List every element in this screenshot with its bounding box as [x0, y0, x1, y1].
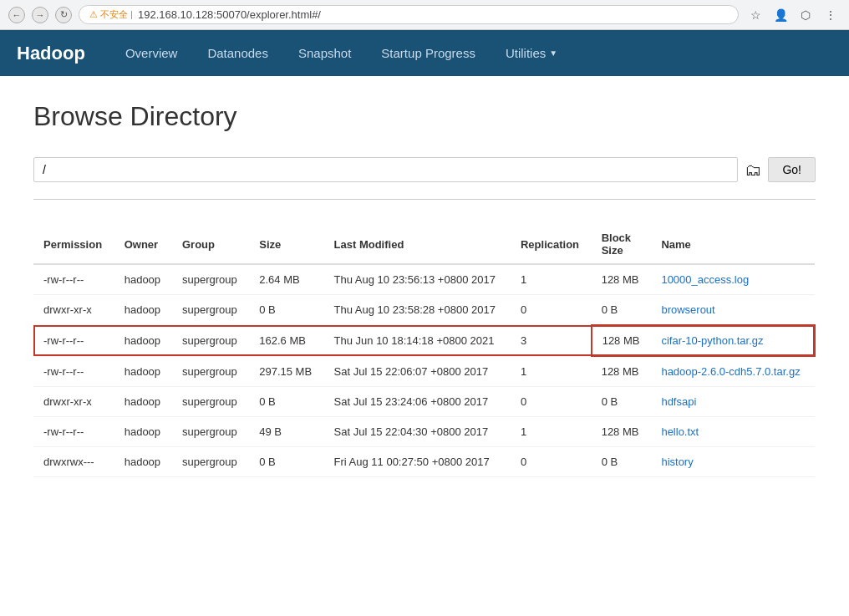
cell-name[interactable]: history — [651, 447, 815, 477]
nav-links: Overview Datanodes Snapshot Startup Prog… — [110, 30, 572, 76]
cell-group: supergroup — [172, 325, 249, 356]
navbar-brand[interactable]: Hadoop — [17, 43, 85, 64]
cell-group: supergroup — [172, 264, 249, 295]
cell-owner: hadoop — [114, 295, 172, 326]
file-link[interactable]: browserout — [661, 303, 714, 316]
nav-datanodes[interactable]: Datanodes — [192, 30, 283, 76]
path-bar: 🗂 Go! — [33, 157, 816, 200]
table-row: -rw-r--r--hadoopsupergroup162.6 MBThu Ju… — [33, 325, 815, 356]
table-row: -rw-r--r--hadoopsupergroup297.15 MBSat J… — [33, 356, 815, 387]
cell-replication: 1 — [511, 417, 592, 447]
table-row: drwxrwx---hadoopsupergroup0 BFri Aug 11 … — [33, 447, 815, 477]
col-last-modified: Last Modified — [324, 225, 511, 264]
cell-block-size: 0 B — [592, 447, 652, 477]
col-owner: Owner — [114, 225, 172, 264]
cell-block-size: 128 MB — [592, 417, 652, 447]
cell-block-size: 0 B — [592, 387, 652, 417]
cell-name[interactable]: hdfsapi — [651, 387, 815, 417]
extensions-icon[interactable]: ⬡ — [796, 5, 816, 25]
file-link[interactable]: hdfsapi — [661, 395, 696, 408]
file-link[interactable]: hadoop-2.6.0-cdh5.7.0.tar.gz — [661, 365, 800, 378]
table-row: -rw-r--r--hadoopsupergroup49 BSat Jul 15… — [33, 417, 815, 447]
directory-icon: 🗂 — [745, 160, 761, 180]
col-block-size: BlockSize — [592, 225, 652, 264]
cell-owner: hadoop — [114, 325, 172, 356]
url-bar[interactable]: ⚠ 不安全 | 192.168.10.128:50070/explorer.ht… — [79, 5, 739, 24]
cell-replication: 1 — [511, 356, 592, 387]
cell-replication: 3 — [511, 325, 592, 356]
nav-startup-progress[interactable]: Startup Progress — [366, 30, 491, 76]
utilities-label: Utilities — [506, 46, 546, 60]
cell-owner: hadoop — [114, 447, 172, 477]
cell-permission: drwxrwx--- — [33, 447, 114, 477]
col-name: Name — [651, 225, 815, 264]
cell-last-modified: Sat Jul 15 22:06:07 +0800 2017 — [324, 356, 511, 387]
cell-group: supergroup — [172, 447, 249, 477]
bookmark-icon[interactable]: ☆ — [745, 5, 765, 25]
cell-permission: -rw-r--r-- — [33, 356, 114, 387]
main-content: Browse Directory 🗂 Go! Permission Owner … — [0, 76, 849, 502]
cell-permission: -rw-r--r-- — [33, 417, 114, 447]
col-group: Group — [172, 225, 249, 264]
path-input[interactable] — [33, 157, 738, 182]
cell-last-modified: Sat Jul 15 23:24:06 +0800 2017 — [324, 387, 511, 417]
chevron-down-icon: ▼ — [549, 48, 557, 58]
go-button[interactable]: Go! — [768, 157, 816, 182]
directory-table-wrapper: Permission Owner Group Size Last Modifie… — [33, 225, 816, 477]
cell-owner: hadoop — [114, 417, 172, 447]
navbar: Hadoop Overview Datanodes Snapshot Start… — [0, 30, 849, 76]
nav-snapshot[interactable]: Snapshot — [283, 30, 366, 76]
table-row: drwxr-xr-xhadoopsupergroup0 BSat Jul 15 … — [33, 387, 815, 417]
cell-name[interactable]: hello.txt — [651, 417, 815, 447]
cell-block-size: 0 B — [592, 295, 652, 326]
cell-size: 2.64 MB — [249, 264, 323, 295]
cell-owner: hadoop — [114, 387, 172, 417]
nav-utilities[interactable]: Utilities ▼ — [491, 30, 572, 76]
file-link[interactable]: 10000_access.log — [661, 273, 749, 286]
table-row: drwxr-xr-xhadoopsupergroup0 BThu Aug 10 … — [33, 295, 815, 326]
col-size: Size — [249, 225, 323, 264]
cell-size: 0 B — [249, 295, 323, 326]
cell-block-size: 128 MB — [592, 356, 652, 387]
forward-button[interactable]: → — [32, 7, 48, 23]
cell-group: supergroup — [172, 295, 249, 326]
table-header-row: Permission Owner Group Size Last Modifie… — [33, 225, 815, 264]
url-text: 192.168.10.128:50070/explorer.html#/ — [138, 8, 321, 21]
reload-button[interactable]: ↻ — [55, 7, 72, 23]
cell-replication: 0 — [511, 295, 592, 326]
cell-last-modified: Sat Jul 15 22:04:30 +0800 2017 — [324, 417, 511, 447]
cell-owner: hadoop — [114, 264, 172, 295]
cell-size: 297.15 MB — [249, 356, 323, 387]
cell-replication: 0 — [511, 387, 592, 417]
cell-name[interactable]: browserout — [651, 295, 815, 326]
file-link[interactable]: cifar-10-python.tar.gz — [661, 334, 763, 347]
cell-name[interactable]: hadoop-2.6.0-cdh5.7.0.tar.gz — [651, 356, 815, 387]
col-permission: Permission — [33, 225, 114, 264]
table-row: -rw-r--r--hadoopsupergroup2.64 MBThu Aug… — [33, 264, 815, 295]
cell-name[interactable]: 10000_access.log — [651, 264, 815, 295]
menu-icon[interactable]: ⋮ — [821, 5, 841, 25]
cell-permission: drwxr-xr-x — [33, 387, 114, 417]
cell-group: supergroup — [172, 356, 249, 387]
profile-icon[interactable]: 👤 — [770, 5, 791, 25]
cell-permission: drwxr-xr-x — [33, 295, 114, 326]
cell-size: 0 B — [249, 387, 323, 417]
back-button[interactable]: ← — [8, 7, 25, 23]
table-body: -rw-r--r--hadoopsupergroup2.64 MBThu Aug… — [33, 264, 815, 477]
cell-name[interactable]: cifar-10-python.tar.gz — [651, 325, 815, 356]
cell-owner: hadoop — [114, 356, 172, 387]
cell-permission: -rw-r--r-- — [33, 325, 114, 356]
cell-block-size: 128 MB — [592, 264, 652, 295]
cell-last-modified: Fri Aug 11 00:27:50 +0800 2017 — [324, 447, 511, 477]
file-link[interactable]: history — [661, 456, 693, 468]
cell-group: supergroup — [172, 387, 249, 417]
cell-group: supergroup — [172, 417, 249, 447]
browser-chrome: ← → ↻ ⚠ 不安全 | 192.168.10.128:50070/explo… — [0, 0, 849, 30]
directory-table: Permission Owner Group Size Last Modifie… — [33, 225, 816, 477]
nav-overview[interactable]: Overview — [110, 30, 193, 76]
security-warning: ⚠ 不安全 | — [89, 8, 133, 21]
cell-permission: -rw-r--r-- — [33, 264, 114, 295]
cell-size: 0 B — [249, 447, 323, 477]
cell-last-modified: Thu Aug 10 23:58:28 +0800 2017 — [324, 295, 511, 326]
file-link[interactable]: hello.txt — [661, 425, 699, 438]
